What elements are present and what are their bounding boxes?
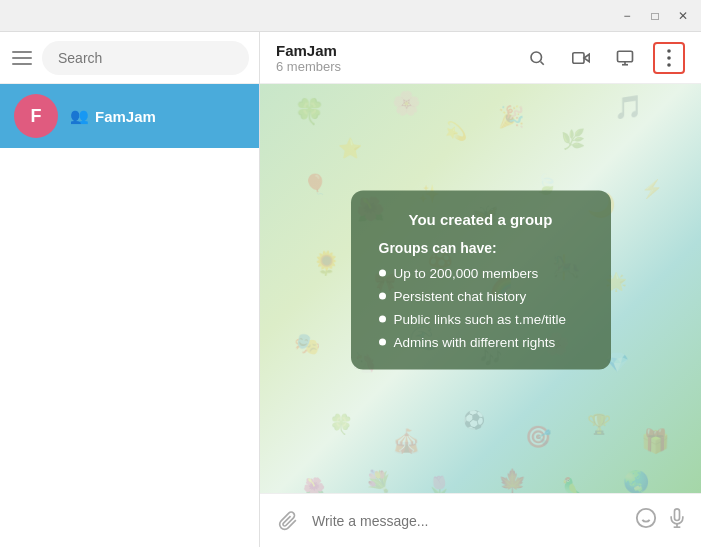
chat-header-members: 6 members (276, 59, 509, 74)
search-icon[interactable] (521, 42, 553, 74)
svg-text:🍀: 🍀 (329, 412, 354, 436)
maximize-button[interactable]: □ (641, 2, 669, 30)
chat-header-name: FamJam (276, 42, 509, 59)
svg-text:🌿: 🌿 (561, 127, 586, 151)
avatar: F (14, 94, 58, 138)
info-card: You created a group Groups can have: Up … (351, 190, 611, 369)
svg-text:🌷: 🌷 (427, 474, 452, 493)
menu-icon[interactable] (12, 51, 32, 65)
chat-input-bar (260, 493, 701, 547)
svg-rect-3 (573, 52, 584, 63)
svg-rect-4 (618, 51, 633, 62)
search-input[interactable] (42, 41, 249, 75)
list-item: Persistent chat history (379, 288, 583, 303)
svg-text:⚡: ⚡ (641, 178, 664, 200)
svg-text:🎵: 🎵 (614, 93, 643, 121)
svg-text:🏆: 🏆 (587, 412, 612, 436)
more-options-button[interactable] (653, 42, 685, 74)
svg-point-0 (531, 52, 542, 63)
svg-text:🌻: 🌻 (312, 249, 341, 277)
sidebar-header (0, 32, 259, 84)
info-card-list: Up to 200,000 members Persistent chat hi… (379, 265, 583, 349)
chat-name: 👥 FamJam (70, 107, 245, 125)
svg-text:🍀: 🍀 (294, 96, 326, 127)
bullet-icon (379, 292, 386, 299)
svg-text:🎯: 🎯 (525, 424, 552, 450)
svg-text:🌏: 🌏 (623, 469, 650, 493)
chat-list: F 👥 FamJam (0, 84, 259, 547)
list-item: Public links such as t.me/title (379, 311, 583, 326)
bullet-icon (379, 269, 386, 276)
sidebar: F 👥 FamJam (0, 32, 260, 547)
emoji-icon[interactable] (635, 507, 657, 535)
bullet-icon (379, 338, 386, 345)
chat-area: FamJam 6 members (260, 32, 701, 547)
info-card-title: You created a group (379, 210, 583, 227)
message-input[interactable] (312, 513, 625, 529)
svg-text:🦜: 🦜 (561, 476, 584, 493)
bullet-icon (379, 315, 386, 322)
svg-text:🍁: 🍁 (498, 467, 527, 493)
title-bar: − □ ✕ (0, 0, 701, 32)
svg-text:🌸: 🌸 (392, 89, 421, 117)
svg-point-9 (667, 63, 671, 67)
info-card-subtitle: Groups can have: (379, 239, 583, 255)
svg-text:🎭: 🎭 (294, 331, 321, 357)
svg-text:💐: 💐 (365, 469, 392, 493)
svg-text:⚽: ⚽ (463, 409, 486, 431)
chat-header-info: FamJam 6 members (276, 42, 509, 74)
broadcast-icon[interactable] (565, 42, 597, 74)
svg-text:🎈: 🎈 (303, 172, 328, 196)
svg-text:🎁: 🎁 (641, 427, 670, 455)
close-button[interactable]: ✕ (669, 2, 697, 30)
screen-share-icon[interactable] (609, 42, 641, 74)
group-icon: 👥 (70, 107, 89, 125)
svg-text:⭐: ⭐ (338, 136, 363, 160)
svg-line-1 (540, 61, 543, 64)
chat-info: 👥 FamJam (70, 107, 245, 125)
list-item: Admins with different rights (379, 334, 583, 349)
chat-header: FamJam 6 members (260, 32, 701, 84)
svg-point-48 (637, 508, 655, 526)
attach-icon[interactable] (274, 507, 302, 535)
svg-text:🎪: 🎪 (392, 427, 421, 455)
svg-point-7 (667, 49, 671, 53)
app-body: F 👥 FamJam FamJam 6 members (0, 32, 701, 547)
mic-icon[interactable] (667, 507, 687, 535)
svg-text:🎉: 🎉 (498, 104, 525, 130)
svg-text:💫: 💫 (445, 120, 468, 142)
minimize-button[interactable]: − (613, 2, 641, 30)
list-item: Up to 200,000 members (379, 265, 583, 280)
svg-text:🌺: 🌺 (303, 476, 326, 493)
chat-item-famjam[interactable]: F 👥 FamJam (0, 84, 259, 148)
svg-point-8 (667, 56, 671, 60)
chat-messages: 🍀 ⭐ 🌸 💫 🎉 🌿 🎵 🎈 🌺 ✨ 🦋 🍃 🌙 ⚡ 🌻 🎀 (260, 84, 701, 493)
